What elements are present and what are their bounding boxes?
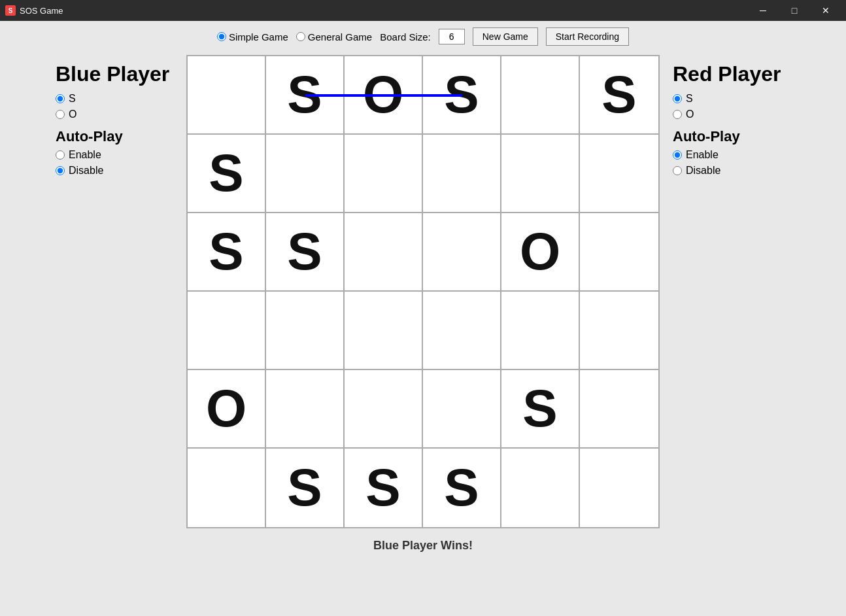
maximize-button[interactable]: □: [779, 0, 809, 21]
blue-enable-radio[interactable]: [56, 150, 65, 160]
board-cell[interactable]: S: [188, 213, 266, 292]
red-autoplay-title: Auto-Play: [673, 128, 790, 145]
board-cell[interactable]: [345, 370, 423, 449]
board-cell[interactable]: [423, 292, 501, 370]
red-o-radio[interactable]: [673, 110, 682, 119]
board-cell[interactable]: S: [423, 56, 501, 135]
board-cell[interactable]: S: [188, 135, 266, 213]
close-button[interactable]: ✕: [811, 0, 841, 21]
board-cell[interactable]: [501, 449, 580, 527]
blue-player-panel: Blue Player S O Auto-Play Enable: [42, 55, 186, 183]
board-grid: SOSSSSSOOSSSS: [188, 56, 658, 527]
red-enable-label: Enable: [686, 149, 719, 161]
red-o-label: O: [686, 109, 694, 120]
blue-o-option[interactable]: O: [56, 109, 173, 120]
blue-autoplay-options: Enable Disable: [56, 149, 173, 177]
blue-disable-option[interactable]: Disable: [56, 165, 173, 177]
blue-autoplay-title: Auto-Play: [56, 128, 173, 145]
blue-player-title: Blue Player: [56, 61, 173, 86]
minimize-button[interactable]: ─: [748, 0, 778, 21]
blue-s-option[interactable]: S: [56, 93, 173, 105]
window-controls: ─ □ ✕: [748, 0, 841, 21]
board-cell[interactable]: [266, 292, 345, 370]
blue-disable-label: Disable: [69, 165, 103, 177]
red-disable-radio[interactable]: [673, 166, 682, 175]
blue-s-label: S: [69, 93, 76, 105]
board-cell[interactable]: [501, 56, 580, 135]
app-icon: S: [5, 5, 16, 16]
blue-disable-radio[interactable]: [56, 166, 65, 175]
board-cell[interactable]: [188, 292, 266, 370]
red-s-radio[interactable]: [673, 94, 682, 103]
board-cell[interactable]: [423, 213, 501, 292]
general-game-label: General Game: [308, 31, 372, 43]
board-cell[interactable]: S: [266, 213, 345, 292]
game-area: Blue Player S O Auto-Play Enable: [0, 55, 846, 528]
red-player-panel: Red Player S O Auto-Play Enable: [660, 55, 804, 183]
simple-game-label: Simple Game: [229, 31, 288, 43]
red-o-option[interactable]: O: [673, 109, 790, 120]
board-cell[interactable]: [423, 135, 501, 213]
board-cell[interactable]: [188, 56, 266, 135]
board-cell[interactable]: [501, 292, 580, 370]
title-bar: S SOS Game ─ □ ✕: [0, 0, 846, 21]
blue-s-radio[interactable]: [56, 94, 65, 103]
board-container: SOSSSSSOOSSSS: [186, 55, 660, 528]
board-cell[interactable]: [188, 449, 266, 527]
blue-o-radio[interactable]: [56, 110, 65, 119]
board-cell[interactable]: S: [580, 56, 658, 135]
board-cell[interactable]: [345, 292, 423, 370]
board-size-label: Board Size:: [380, 31, 431, 43]
red-autoplay-options: Enable Disable: [673, 149, 790, 177]
main-content: Simple Game General Game Board Size: New…: [0, 21, 846, 616]
red-player-title: Red Player: [673, 61, 790, 86]
blue-enable-label: Enable: [69, 149, 101, 161]
general-game-option[interactable]: General Game: [296, 31, 372, 43]
board-cell[interactable]: O: [501, 213, 580, 292]
board-cell[interactable]: [580, 213, 658, 292]
toolbar: Simple Game General Game Board Size: New…: [217, 27, 629, 46]
board-cell[interactable]: [580, 449, 658, 527]
board-size-input[interactable]: [439, 29, 465, 44]
board-cell[interactable]: O: [188, 370, 266, 449]
board-cell[interactable]: [266, 370, 345, 449]
red-s-option[interactable]: S: [673, 93, 790, 105]
new-game-button[interactable]: New Game: [473, 27, 538, 46]
red-enable-option[interactable]: Enable: [673, 149, 790, 161]
simple-game-radio[interactable]: [217, 32, 226, 41]
board-cell[interactable]: [580, 135, 658, 213]
red-player-move-options: S O: [673, 93, 790, 120]
blue-player-move-options: S O: [56, 93, 173, 120]
board-cell[interactable]: [580, 370, 658, 449]
board-cell[interactable]: O: [345, 56, 423, 135]
status-bar: Blue Player Wins!: [373, 539, 473, 553]
board-cell[interactable]: S: [501, 370, 580, 449]
board-cell[interactable]: S: [266, 449, 345, 527]
title-bar-title: SOS Game: [20, 6, 748, 16]
red-disable-label: Disable: [686, 165, 720, 177]
general-game-radio[interactable]: [296, 32, 305, 41]
board-cell[interactable]: S: [345, 449, 423, 527]
board-cell[interactable]: [580, 292, 658, 370]
start-recording-button[interactable]: Start Recording: [546, 27, 629, 46]
blue-o-label: O: [69, 109, 76, 120]
board-cell[interactable]: [501, 135, 580, 213]
red-disable-option[interactable]: Disable: [673, 165, 790, 177]
red-enable-radio[interactable]: [673, 150, 682, 160]
simple-game-option[interactable]: Simple Game: [217, 31, 288, 43]
board-cell[interactable]: [345, 135, 423, 213]
board-cell[interactable]: S: [423, 449, 501, 527]
board-cell[interactable]: [423, 370, 501, 449]
board-cell[interactable]: [345, 213, 423, 292]
board-cell[interactable]: [266, 135, 345, 213]
blue-enable-option[interactable]: Enable: [56, 149, 173, 161]
board-cell[interactable]: S: [266, 56, 345, 135]
red-s-label: S: [686, 93, 693, 105]
